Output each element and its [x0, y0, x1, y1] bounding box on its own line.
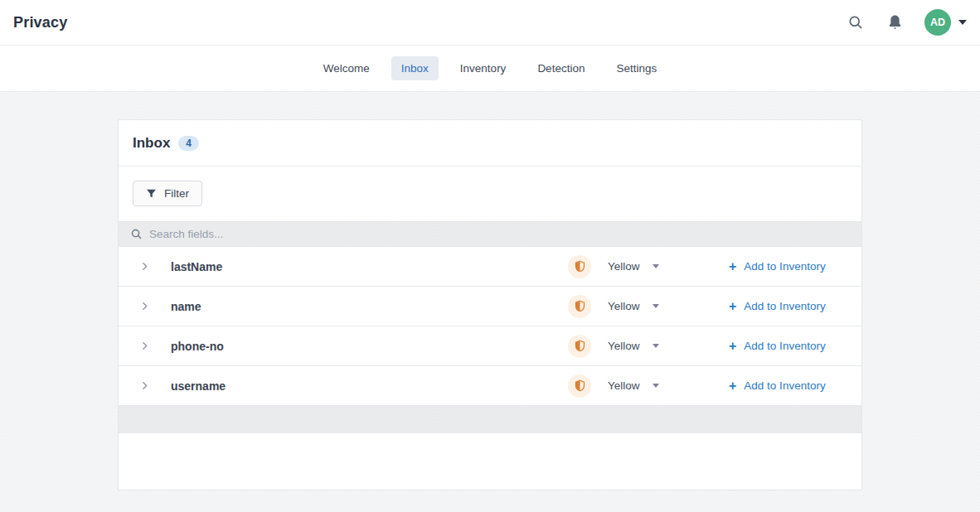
search-fields-input[interactable] [149, 228, 850, 240]
filter-button[interactable]: Filter [133, 181, 202, 206]
half-shield-icon [568, 255, 591, 278]
card-footer [119, 433, 861, 490]
tab-settings[interactable]: Settings [606, 56, 667, 80]
field-name: lastName [171, 260, 568, 273]
inbox-title: Inbox [133, 135, 170, 152]
field-row-phone-no: phone-no Yellow + Add to Inventory [119, 326, 861, 366]
notification-bell-icon[interactable] [885, 13, 904, 31]
classification-dropdown[interactable]: Yellow [608, 300, 659, 312]
caret-down-icon [653, 344, 659, 348]
search-strip [119, 221, 861, 247]
add-to-inventory-button[interactable]: + Add to Inventory [729, 300, 828, 313]
app-title: Privacy [13, 14, 67, 31]
caret-down-icon [653, 264, 659, 268]
filter-section: Filter [119, 167, 861, 221]
chevron-right-icon[interactable] [139, 301, 156, 312]
classification-dropdown[interactable]: Yellow [608, 379, 659, 392]
search-icon [130, 228, 143, 240]
search-icon[interactable] [847, 13, 865, 31]
list-end-strip [119, 406, 861, 433]
page: Privacy AD Welcome Inbox Inve [0, 0, 980, 512]
tab-welcome[interactable]: Welcome [313, 56, 380, 80]
avatar[interactable]: AD [924, 9, 951, 36]
classification-value: Yellow [608, 340, 640, 352]
tab-detection[interactable]: Detection [527, 56, 594, 80]
caret-down-icon [653, 384, 659, 388]
topbar-actions: AD [847, 9, 967, 36]
classification-value: Yellow [608, 260, 640, 273]
add-to-inventory-button[interactable]: + Add to Inventory [729, 379, 828, 393]
half-shield-icon [568, 335, 591, 358]
field-name: phone-no [171, 340, 568, 353]
classification-dropdown[interactable]: Yellow [608, 260, 659, 273]
add-to-inventory-button[interactable]: + Add to Inventory [729, 340, 828, 353]
add-to-inventory-button[interactable]: + Add to Inventory [729, 260, 828, 273]
funnel-icon [146, 188, 157, 199]
classification-dropdown[interactable]: Yellow [608, 340, 659, 352]
half-shield-icon [568, 295, 591, 318]
plus-icon: + [729, 340, 736, 353]
chevron-right-icon[interactable] [139, 341, 156, 351]
plus-icon: + [729, 300, 736, 313]
plus-icon: + [729, 379, 736, 393]
chevron-right-icon[interactable] [139, 261, 156, 272]
user-menu[interactable]: AD [924, 9, 967, 36]
field-name: username [171, 379, 568, 393]
page-background: Inbox 4 Filter [0, 92, 980, 512]
chevron-right-icon[interactable] [139, 380, 156, 391]
add-to-inventory-label: Add to Inventory [744, 260, 825, 273]
top-bar: Privacy AD [0, 0, 980, 46]
classification-value: Yellow [608, 379, 640, 392]
chevron-down-icon [958, 20, 967, 25]
inbox-count-badge: 4 [178, 136, 199, 151]
add-to-inventory-label: Add to Inventory [744, 340, 825, 352]
classification-value: Yellow [608, 300, 640, 312]
tab-inventory[interactable]: Inventory [450, 56, 517, 80]
tab-inbox[interactable]: Inbox [391, 56, 439, 80]
field-row-name: name Yellow + Add to Inventory [119, 287, 861, 326]
field-name: name [171, 300, 568, 313]
plus-icon: + [729, 260, 736, 273]
field-row-username: username Yellow + Add to Inventory [119, 366, 861, 406]
inbox-card-header: Inbox 4 [119, 120, 861, 167]
caret-down-icon [653, 304, 659, 308]
field-row-lastname: lastName Yellow + Add to Inventory [119, 247, 861, 287]
half-shield-icon [568, 374, 591, 398]
main-nav: Welcome Inbox Inventory Detection Settin… [0, 46, 980, 92]
add-to-inventory-label: Add to Inventory [744, 379, 825, 392]
inbox-card: Inbox 4 Filter [118, 119, 862, 490]
filter-button-label: Filter [164, 187, 189, 200]
add-to-inventory-label: Add to Inventory [744, 300, 825, 312]
